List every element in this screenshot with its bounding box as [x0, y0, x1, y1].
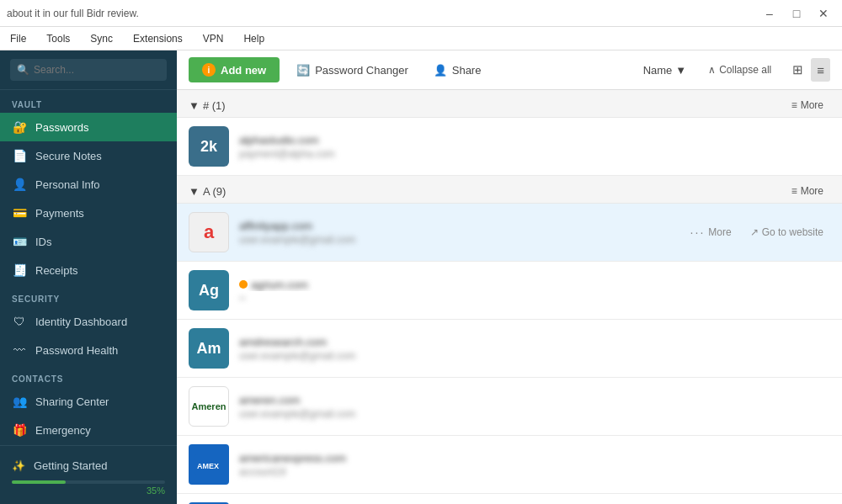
item-logo-ameren: Ameren — [189, 386, 229, 427]
collapse-all-button[interactable]: ∧ Collapse all — [701, 61, 778, 78]
sidebar-item-emergency[interactable]: 🎁 Emergency — [0, 416, 177, 444]
item-subtitle-am: user.example@gmail.com — [239, 350, 830, 362]
receipts-icon: 🧾 — [12, 263, 27, 277]
sidebar-item-password-health-label: Password Health — [35, 344, 118, 357]
menu-help[interactable]: Help — [240, 31, 268, 46]
item-actions-a1: ··· More ↗ Go to website — [684, 222, 830, 242]
item-title-am: amdresearch.com — [239, 336, 830, 348]
group-more-label-hash: More — [801, 99, 823, 111]
payments-icon: 💳 — [12, 206, 27, 220]
progress-bar-fill — [12, 480, 66, 484]
sidebar: 🔍 VAULT 🔐 Passwords 📄 Secure Notes 👤 Per… — [0, 50, 177, 504]
progress-label: 35% — [147, 485, 165, 496]
menu-extensions[interactable]: Extensions — [130, 31, 186, 46]
item-logo-ag: Ag — [189, 270, 229, 310]
logo-text-a1: a — [204, 221, 214, 243]
more-dots-icon: ··· — [690, 225, 706, 239]
group-header-hash: ▼ # (1) ≡ More — [177, 90, 842, 118]
sidebar-search-area: 🔍 — [0, 50, 177, 90]
search-input[interactable] — [10, 59, 167, 81]
minimize-button[interactable]: – — [758, 5, 781, 22]
sidebar-item-payments[interactable]: 💳 Payments — [0, 199, 177, 227]
logo-text-ameren: Ameren — [192, 401, 226, 411]
share-button[interactable]: 👤 Share — [425, 59, 490, 82]
info-icon: i — [202, 63, 216, 77]
list-item[interactable]: AMEX americanexpress.com account19 — [177, 436, 842, 494]
orange-dot-icon — [239, 280, 248, 289]
sharing-center-icon: 👥 — [12, 395, 27, 408]
getting-started-label: Getting Started — [34, 459, 107, 472]
menu-sync[interactable]: Sync — [87, 31, 116, 46]
list-item[interactable]: 2k alphastudio.com payment@alpha.com — [177, 118, 842, 176]
list-view-button[interactable]: ≡ — [811, 58, 830, 82]
share-icon: 👤 — [434, 64, 447, 77]
group-label-hash: # (1) — [203, 99, 226, 112]
list-item[interactable]: Ag agrium.com •• — [177, 262, 842, 320]
getting-started-item[interactable]: ✨ Getting Started — [12, 454, 165, 477]
grid-view-button[interactable]: ⊞ — [786, 58, 809, 82]
lines-icon-a: ≡ — [791, 185, 797, 197]
toolbar: i Add new 🔄 Password Changer 👤 Share Nam… — [177, 50, 842, 90]
view-toggle: ⊞ ≡ — [786, 58, 830, 82]
password-list[interactable]: ▼ # (1) ≡ More 2k alphastudio.com paymen… — [177, 90, 842, 504]
sidebar-item-receipts[interactable]: 🧾 Receipts — [0, 256, 177, 284]
item-info-ameren: ameren.com user.example@gmail.com — [239, 394, 830, 420]
external-link-icon: ↗ — [750, 226, 759, 238]
group-more-button-hash[interactable]: ≡ More — [785, 97, 830, 114]
sidebar-item-passwords[interactable]: 🔐 Passwords — [0, 113, 177, 141]
menu-vpn[interactable]: VPN — [200, 31, 227, 46]
progress-bar-background — [12, 480, 165, 484]
item-goto-label-a1: Go to website — [762, 226, 823, 238]
sidebar-item-sharing-center-label: Sharing Center — [35, 395, 109, 408]
progress-bar-wrapper: 35% — [12, 480, 165, 484]
sidebar-footer: ✨ Getting Started 35% — [0, 445, 177, 504]
sidebar-item-emergency-label: Emergency — [35, 424, 91, 437]
sidebar-item-identity-dashboard-label: Identity Dashboard — [35, 316, 127, 328]
menu-file[interactable]: File — [7, 31, 29, 46]
item-title-a1: affinityapp.com — [239, 220, 674, 232]
add-new-button[interactable]: i Add new — [189, 57, 280, 82]
list-item[interactable]: a affinityapp.com user.example@gmail.com… — [177, 204, 842, 262]
sidebar-item-sharing-center[interactable]: 👥 Sharing Center — [0, 387, 177, 416]
collapse-all-label: Collapse all — [719, 64, 771, 76]
item-info-am: amdresearch.com user.example@gmail.com — [239, 336, 830, 362]
list-item[interactable]: Am amdresearch.com user.example@gmail.co… — [177, 320, 842, 378]
maximize-button[interactable]: □ — [785, 5, 808, 22]
item-goto-button-a1[interactable]: ↗ Go to website — [743, 223, 830, 241]
sidebar-item-ids-label: IDs — [35, 236, 52, 248]
sort-button[interactable]: Name ▼ — [637, 59, 694, 82]
collapse-icon: ∧ — [708, 64, 716, 76]
item-info-a1: affinityapp.com user.example@gmail.com — [239, 220, 674, 246]
item-logo-a1: a — [189, 212, 229, 252]
svg-text:AMEX: AMEX — [197, 462, 219, 470]
item-more-button-a1[interactable]: ··· More — [684, 222, 738, 242]
password-changer-button[interactable]: 🔄 Password Changer — [288, 59, 417, 82]
secure-notes-icon: 📄 — [12, 149, 27, 162]
sidebar-item-secure-notes[interactable]: 📄 Secure Notes — [0, 141, 177, 170]
group-header-a: ▼ A (9) ≡ More — [177, 176, 842, 204]
sidebar-item-payments-label: Payments — [35, 207, 84, 220]
close-button[interactable]: ✕ — [812, 5, 835, 22]
titlebar: about it in our full Bidr review. – □ ✕ — [0, 0, 842, 27]
sidebar-item-personal-info[interactable]: 👤 Personal Info — [0, 170, 177, 199]
sidebar-item-identity-dashboard[interactable]: 🛡 Identity Dashboard — [0, 307, 177, 336]
item-subtitle-ag: •• — [239, 293, 830, 303]
sort-label: Name — [643, 64, 673, 77]
menu-tools[interactable]: Tools — [43, 31, 73, 46]
password-health-icon: 〰 — [12, 343, 27, 357]
item-title-2k: alphastudio.com — [239, 134, 830, 146]
titlebar-text: about it in our full Bidr review. — [7, 8, 139, 19]
getting-started-icon: ✨ — [12, 459, 25, 472]
security-section-label: SECURITY — [0, 284, 177, 307]
personal-info-icon: 👤 — [12, 178, 27, 191]
sidebar-item-secure-notes-label: Secure Notes — [35, 150, 102, 162]
sidebar-item-receipts-label: Receipts — [35, 264, 78, 277]
main-container: 🔍 VAULT 🔐 Passwords 📄 Secure Notes 👤 Per… — [0, 50, 842, 504]
sidebar-item-password-health[interactable]: 〰 Password Health — [0, 336, 177, 364]
share-label: Share — [452, 64, 482, 77]
group-more-button-a[interactable]: ≡ More — [785, 183, 830, 199]
sidebar-item-ids[interactable]: 🪪 IDs — [0, 227, 177, 256]
list-item[interactable]: Ameren ameren.com user.example@gmail.com — [177, 378, 842, 436]
item-info-2k: alphastudio.com payment@alpha.com — [239, 134, 830, 160]
list-item[interactable]: AMEX americanexpress.com account19 — [177, 494, 842, 504]
